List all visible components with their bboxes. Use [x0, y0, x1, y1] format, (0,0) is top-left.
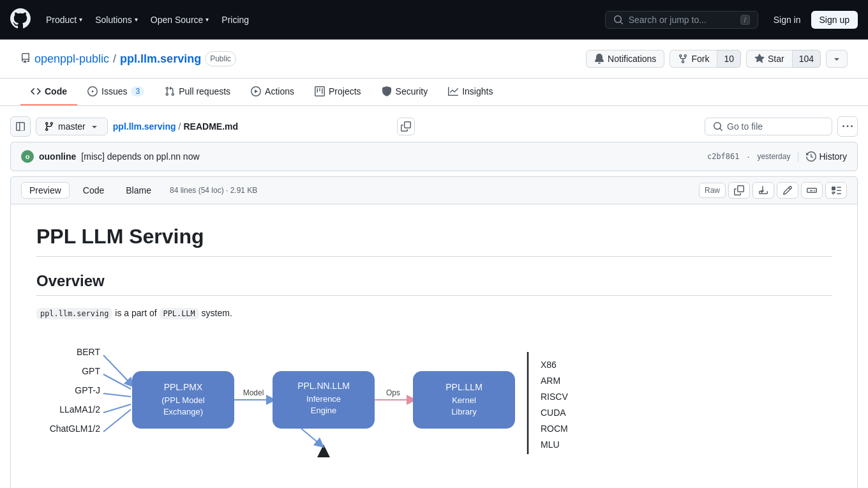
- inline-code-1: ppl.llm.serving: [36, 308, 112, 319]
- commit-row: o ouonline [misc] depends on ppl.nn now …: [10, 142, 858, 171]
- svg-line-7: [103, 393, 131, 397]
- svg-line-9: [103, 409, 131, 432]
- github-logo[interactable]: [10, 8, 31, 31]
- repo-icon: [20, 53, 31, 65]
- insights-icon: [448, 86, 458, 96]
- search-icon: [713, 121, 723, 132]
- commit-author[interactable]: ouonline: [39, 151, 76, 162]
- svg-text:Model: Model: [243, 388, 264, 397]
- preview-button[interactable]: Preview: [21, 182, 70, 199]
- edit-icon: [782, 185, 793, 195]
- svg-text:Inference: Inference: [306, 394, 341, 404]
- tab-security[interactable]: Security: [371, 79, 438, 105]
- svg-text:Ops: Ops: [386, 388, 400, 397]
- chevron-down-icon: [832, 54, 842, 64]
- nav-product[interactable]: Product ▾: [41, 11, 87, 29]
- breadcrumb-repo-link[interactable]: ppl.llm.serving: [113, 121, 176, 132]
- svg-text:PPL.NN.LLM: PPL.NN.LLM: [297, 381, 350, 391]
- more-options-button[interactable]: [837, 116, 858, 137]
- svg-text:MLU: MLU: [541, 439, 560, 450]
- nav-pricing[interactable]: Pricing: [216, 11, 254, 29]
- branch-selector[interactable]: master: [36, 118, 108, 135]
- chevron-down-icon: [89, 121, 100, 132]
- commit-hash[interactable]: c2bf861: [707, 152, 740, 161]
- branch-icon: [44, 121, 54, 132]
- tab-issues[interactable]: Issues 3: [77, 79, 154, 105]
- notifications-button[interactable]: Notifications: [586, 50, 664, 68]
- copy-icon: [401, 121, 411, 132]
- readme-title: PPL LLM Serving: [36, 225, 832, 257]
- more-icon: [807, 185, 817, 195]
- svg-text:ARM: ARM: [541, 376, 560, 386]
- copy-raw-button[interactable]: [728, 182, 750, 199]
- breadcrumb: ppl.llm.serving / README.md: [113, 121, 393, 132]
- architecture-diagram: BERT GPT GPT-J LLaMA1/2 ChatGLM1/2 PPL.P…: [36, 333, 832, 473]
- svg-line-8: [103, 404, 131, 413]
- repo-name-link[interactable]: ppl.llm.serving: [120, 52, 201, 66]
- download-icon: [758, 185, 768, 195]
- breadcrumb-current: README.md: [184, 121, 239, 132]
- svg-line-34: [301, 429, 320, 445]
- inline-code-2: PPL.LLM: [160, 308, 199, 319]
- list-icon-button[interactable]: [825, 182, 847, 199]
- tab-insights[interactable]: Insights: [438, 79, 503, 105]
- download-button[interactable]: [752, 182, 774, 199]
- goto-file-button[interactable]: Go to file: [705, 118, 832, 135]
- tab-pullrequests[interactable]: Pull requests: [154, 79, 241, 105]
- fork-icon: [678, 54, 688, 64]
- chevron-down-icon: ▾: [79, 16, 82, 23]
- file-header: master ppl.llm.serving / README.md Go to…: [0, 106, 868, 137]
- nav-solutions[interactable]: Solutions ▾: [90, 11, 143, 29]
- svg-text:PPL.PMX: PPL.PMX: [164, 382, 203, 392]
- search-bar[interactable]: Search or jump to... /: [605, 11, 758, 29]
- svg-text:GPT-J: GPT-J: [75, 385, 100, 395]
- signin-button[interactable]: Sign in: [768, 11, 806, 28]
- star-count[interactable]: 104: [793, 50, 821, 68]
- svg-text:LLaMA1/2: LLaMA1/2: [59, 404, 100, 415]
- fork-btn-group: Fork 10: [670, 50, 741, 68]
- fork-count[interactable]: 10: [717, 50, 741, 68]
- chevron-down-icon: ▾: [135, 16, 138, 23]
- more-icon: [842, 121, 853, 132]
- visibility-badge: Public: [205, 51, 236, 66]
- repo-header-left: openppl-public / ppl.llm.serving Public: [20, 51, 581, 66]
- copy-path-button[interactable]: [397, 118, 415, 135]
- code-icon: [31, 86, 41, 96]
- commit-message: [misc] depends on ppl.nn now: [81, 151, 199, 162]
- star-button[interactable]: Star: [746, 50, 793, 68]
- signup-button[interactable]: Sign up: [811, 11, 858, 29]
- tab-code[interactable]: Code: [20, 79, 77, 105]
- fork-button[interactable]: Fork: [670, 50, 717, 68]
- svg-text:GPT: GPT: [82, 366, 100, 376]
- repo-header-right: Notifications Fork 10 Star 104: [586, 50, 848, 68]
- tab-actions[interactable]: Actions: [241, 79, 304, 105]
- overview-heading: Overview: [36, 272, 832, 296]
- code-button[interactable]: Code: [75, 182, 112, 199]
- sidebar-toggle[interactable]: [10, 116, 31, 137]
- more-file-options[interactable]: [801, 182, 823, 199]
- top-navigation: Product ▾ Solutions ▾ Open Source ▾ Pric…: [0, 0, 868, 40]
- svg-line-6: [103, 374, 131, 389]
- overview-paragraph: ppl.llm.serving is a part of PPL.LLM sys…: [36, 306, 832, 320]
- commit-time: yesterday: [757, 152, 790, 161]
- svg-text:ROCM: ROCM: [541, 423, 568, 434]
- raw-button[interactable]: Raw: [699, 183, 726, 198]
- copy-icon: [734, 185, 744, 195]
- more-options-button[interactable]: [826, 50, 848, 68]
- actions-icon: [251, 86, 261, 96]
- history-link[interactable]: History: [798, 151, 847, 162]
- svg-text:Library: Library: [451, 407, 477, 416]
- nav-opensource[interactable]: Open Source ▾: [146, 11, 214, 29]
- tab-projects[interactable]: Projects: [304, 79, 371, 105]
- svg-text:ChatGLM1/2: ChatGLM1/2: [50, 423, 101, 434]
- file-view-toolbar: Preview Code Blame 84 lines (54 loc) · 2…: [10, 176, 858, 204]
- edit-button[interactable]: [777, 182, 798, 199]
- blame-button[interactable]: Blame: [117, 182, 160, 199]
- star-icon: [754, 54, 765, 64]
- nav-auth: Sign in Sign up: [768, 11, 858, 29]
- svg-text:BERT: BERT: [77, 347, 101, 357]
- star-btn-group: Star 104: [746, 50, 821, 68]
- nav-items: Product ▾ Solutions ▾ Open Source ▾ Pric…: [41, 11, 254, 29]
- search-icon: [613, 15, 624, 25]
- repo-owner-link[interactable]: openppl-public: [34, 52, 109, 66]
